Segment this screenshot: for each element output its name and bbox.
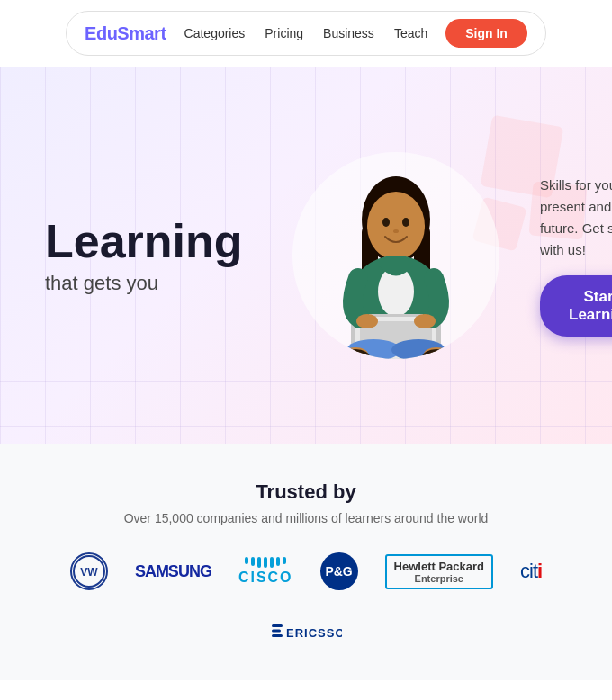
nav-teach[interactable]: Teach	[394, 26, 428, 40]
svg-point-4	[382, 218, 390, 227]
hero-content: Learning that gets you	[45, 152, 567, 359]
hero-circle-bg	[292, 152, 500, 359]
ericsson-logo: ERICSSON	[270, 617, 342, 644]
citi-logo: citi	[520, 560, 542, 583]
svg-point-5	[402, 218, 410, 227]
svg-rect-25	[272, 634, 283, 637]
trusted-section: Trusted by Over 15,000 companies and mil…	[0, 444, 612, 680]
svg-rect-23	[272, 624, 283, 627]
start-learning-button[interactable]: Start Learning	[540, 275, 612, 337]
hp-logo: Hewlett Packard Enterprise	[385, 554, 493, 589]
hero-description: Skills for your present and your future.…	[540, 175, 612, 261]
signin-button[interactable]: Sign In	[446, 19, 527, 48]
navbar: EduSmart Categories Pricing Business Tea…	[0, 0, 612, 67]
svg-point-3	[367, 192, 425, 260]
svg-point-20	[414, 314, 436, 328]
samsung-logo: SAMSUNG	[135, 562, 212, 581]
hero-left: Learning that gets you	[45, 216, 261, 294]
hero-image	[279, 152, 513, 359]
skills-section: All the skills you need in one place Fro…	[0, 680, 612, 700]
vw-svg: VW	[73, 555, 105, 588]
hero-title: Learning	[45, 216, 261, 267]
logo-prefix: Edu	[85, 23, 117, 43]
cisco-logo: CISCO	[238, 557, 293, 586]
nav-links: Categories Pricing Business Teach	[184, 26, 428, 40]
trusted-title: Trusted by	[45, 480, 567, 504]
hero-subtitle: that gets you	[45, 272, 261, 295]
nav-categories[interactable]: Categories	[184, 26, 246, 40]
svg-point-6	[393, 229, 399, 233]
person-svg	[306, 161, 486, 359]
logo: EduSmart	[85, 23, 166, 44]
nav-business[interactable]: Business	[323, 26, 374, 40]
svg-rect-24	[272, 630, 281, 633]
hero-right: Skills for your present and your future.…	[531, 175, 612, 337]
pg-logo: P&G	[320, 552, 358, 590]
hero-section: Learning that gets you	[0, 67, 612, 444]
logos-row: VW SAMSUNG CISCO	[45, 552, 567, 644]
nav-pricing[interactable]: Pricing	[265, 26, 303, 40]
nav-pill: EduSmart Categories Pricing Business Tea…	[66, 11, 546, 56]
ericsson-svg: ERICSSON	[270, 617, 342, 644]
vw-logo: VW	[70, 552, 108, 590]
svg-text:VW: VW	[80, 566, 98, 579]
svg-text:ERICSSON: ERICSSON	[286, 626, 342, 640]
trusted-subtitle: Over 15,000 companies and millions of le…	[45, 511, 567, 525]
logo-suffix: Smart	[117, 23, 166, 43]
svg-point-19	[356, 314, 378, 328]
